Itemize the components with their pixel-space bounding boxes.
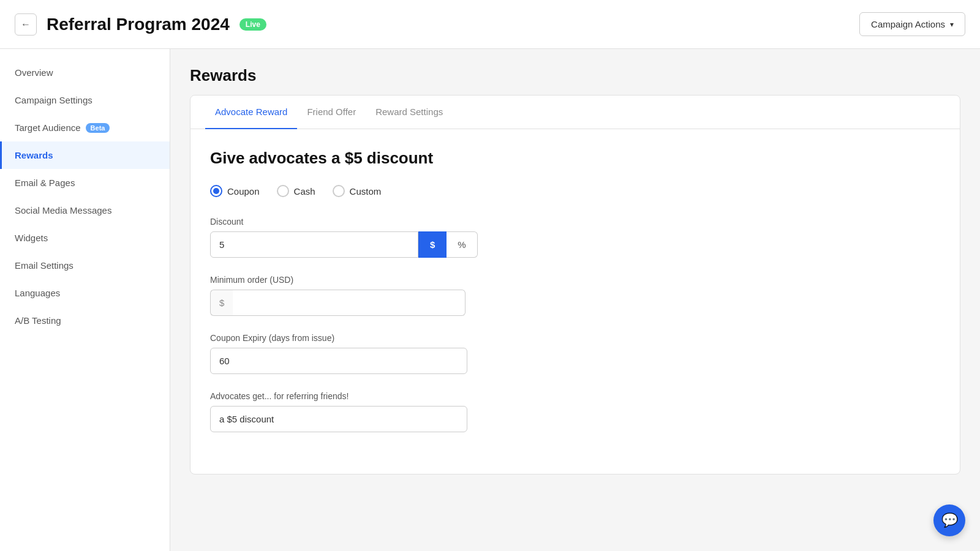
- discount-field: Discount $ %: [210, 217, 940, 258]
- beta-badge: Beta: [86, 123, 110, 133]
- rewards-card: Advocate Reward Friend Offer Reward Sett…: [190, 95, 960, 474]
- back-button[interactable]: ←: [15, 13, 37, 36]
- chat-icon: 💬: [941, 512, 958, 528]
- sidebar-item-email-settings[interactable]: Email Settings: [0, 252, 170, 279]
- header-left: ← Referral Program 2024 Live: [15, 13, 266, 36]
- sidebar-item-ab-testing[interactable]: A/B Testing: [0, 307, 170, 334]
- sidebar-item-campaign-settings[interactable]: Campaign Settings: [0, 86, 170, 114]
- main-header: Rewards: [170, 49, 980, 95]
- coupon-expiry-label: Coupon Expiry (days from issue): [210, 333, 940, 343]
- tabs-bar: Advocate Reward Friend Offer Reward Sett…: [190, 96, 960, 129]
- radio-circle-coupon: [210, 185, 222, 197]
- sidebar-item-languages[interactable]: Languages: [0, 279, 170, 307]
- minimum-order-input[interactable]: [233, 290, 466, 316]
- app-header: ← Referral Program 2024 Live Campaign Ac…: [0, 0, 980, 49]
- radio-circle-cash: [277, 185, 289, 197]
- section-title: Give advocates a $5 discount: [210, 149, 940, 168]
- live-badge: Live: [239, 18, 266, 31]
- discount-label: Discount: [210, 217, 940, 227]
- percent-button[interactable]: %: [447, 231, 477, 258]
- rewards-title: Rewards: [190, 66, 960, 85]
- coupon-expiry-field: Coupon Expiry (days from issue): [210, 333, 940, 374]
- chat-bubble-button[interactable]: 💬: [933, 504, 965, 536]
- discount-input-row: $ %: [210, 231, 940, 258]
- dollar-button[interactable]: $: [418, 231, 447, 258]
- minimum-order-field: Minimum order (USD) $: [210, 275, 940, 316]
- page-title: Referral Program 2024: [47, 15, 230, 34]
- advocates-get-input[interactable]: [210, 406, 467, 432]
- sidebar-item-widgets[interactable]: Widgets: [0, 224, 170, 252]
- radio-circle-custom: [333, 185, 345, 197]
- sidebar-item-target-audience[interactable]: Target Audience Beta: [0, 114, 170, 141]
- radio-dot-coupon: [213, 188, 219, 194]
- advocates-get-field: Advocates get... for referring friends!: [210, 391, 940, 432]
- tab-friend-offer[interactable]: Friend Offer: [297, 96, 366, 129]
- sidebar-item-email-pages[interactable]: Email & Pages: [0, 169, 170, 197]
- discount-input[interactable]: [210, 231, 418, 258]
- coupon-expiry-input[interactable]: [210, 348, 467, 374]
- radio-custom[interactable]: Custom: [333, 185, 382, 197]
- sidebar-item-rewards[interactable]: Rewards: [0, 141, 170, 169]
- advocates-get-label: Advocates get... for referring friends!: [210, 391, 940, 401]
- sidebar: Overview Campaign Settings Target Audien…: [0, 49, 170, 551]
- sidebar-item-overview[interactable]: Overview: [0, 59, 170, 86]
- campaign-actions-label: Campaign Actions: [871, 19, 945, 29]
- radio-coupon[interactable]: Coupon: [210, 185, 260, 197]
- minimum-order-input-row: $: [210, 290, 940, 316]
- minimum-order-label: Minimum order (USD): [210, 275, 940, 285]
- main-content: Rewards Advocate Reward Friend Offer Rew…: [170, 49, 980, 551]
- campaign-actions-button[interactable]: Campaign Actions ▾: [859, 12, 965, 36]
- radio-cash[interactable]: Cash: [277, 185, 315, 197]
- dollar-prefix: $: [210, 290, 233, 316]
- tab-advocate-reward[interactable]: Advocate Reward: [205, 96, 297, 129]
- chevron-down-icon: ▾: [950, 20, 954, 29]
- tab-content: Give advocates a $5 discount Coupon Cash: [190, 129, 960, 474]
- reward-type-radio-group: Coupon Cash Custom: [210, 185, 940, 197]
- main-layout: Overview Campaign Settings Target Audien…: [0, 49, 980, 551]
- tab-reward-settings[interactable]: Reward Settings: [366, 96, 453, 129]
- sidebar-item-social-media[interactable]: Social Media Messages: [0, 197, 170, 224]
